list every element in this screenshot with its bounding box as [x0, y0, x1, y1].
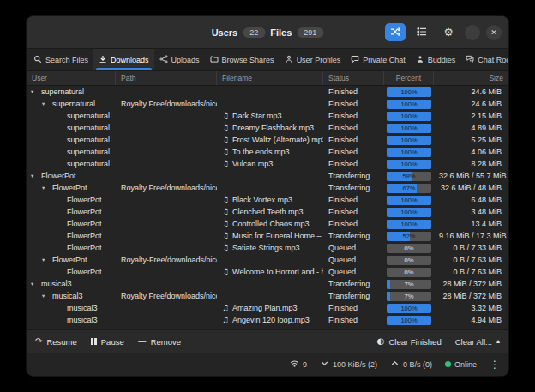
log-view-toggle-button[interactable]: [412, 23, 432, 41]
progress-bar: 100%: [387, 124, 431, 133]
user-cell: supernatural: [27, 124, 116, 132]
close-button[interactable]: ✕: [486, 25, 502, 40]
status-cell: Queued: [323, 268, 384, 276]
expander-icon[interactable]: ▾: [31, 280, 39, 287]
percent-cell: 100%: [384, 316, 434, 325]
progress-label: 100%: [387, 160, 431, 169]
tab-uploads[interactable]: Uploads: [154, 49, 205, 70]
size-cell: 6.48 MiB: [434, 196, 508, 204]
table-row[interactable]: ▾supernaturalFinished100%24.6 MiB: [27, 86, 508, 98]
table-row[interactable]: FlowerPot♫Satiate Strings.mp3Queued0%0 B…: [27, 242, 508, 254]
download-speed[interactable]: 100 KiB/s (2): [320, 359, 377, 370]
size-cell: 24.6 MiB: [434, 100, 508, 108]
expander-icon[interactable]: ▾: [31, 172, 39, 179]
table-row[interactable]: FlowerPot♫Welcome to HorrorLand - hi.mp3…: [27, 266, 508, 278]
user-cell: supernatural: [27, 136, 116, 144]
table-row[interactable]: supernatural♫Dark Star.mp3Finished100%2.…: [27, 110, 508, 122]
progress-label: 7%: [387, 280, 431, 289]
expander-icon[interactable]: ▾: [42, 292, 50, 299]
users-count-badge: 22: [243, 27, 265, 38]
user-cell: FlowerPot: [27, 220, 116, 228]
remove-button[interactable]: — Remove: [138, 337, 181, 347]
column-header-user[interactable]: User: [27, 71, 116, 85]
user-cell: FlowerPot: [27, 196, 116, 204]
column-header-status[interactable]: Status: [323, 71, 384, 85]
tab-browse-shares[interactable]: Browse Shares: [205, 49, 280, 70]
column-header-filename[interactable]: Filename: [217, 71, 323, 85]
table-row[interactable]: ▾supernaturalRoyalty Free/downloads/nico…: [27, 98, 508, 110]
percent-cell: 100%: [384, 196, 434, 205]
table-row[interactable]: FlowerPot♫Music for Funeral Home – Part …: [27, 230, 508, 242]
status-cell: Transferring: [323, 232, 384, 240]
expander-icon[interactable]: ▾: [42, 256, 50, 263]
dropdown-up-icon: ▴: [496, 338, 500, 345]
tab-user-profiles[interactable]: User Profiles: [280, 49, 346, 70]
progress-label: 58%: [387, 172, 431, 181]
clear-finished-button[interactable]: ◐ Clear Finished: [377, 337, 442, 347]
table-row[interactable]: supernatural♫Dreamy Flashback.mp3Finishe…: [27, 122, 508, 134]
table-row[interactable]: musical3♫Angevin 120 loop.mp3Finished100…: [27, 314, 508, 326]
table-row[interactable]: ▾FlowerPotRoyalty Free/downloads/nicotiT…: [27, 182, 508, 194]
folder-icon: [210, 55, 219, 65]
upload-speed[interactable]: 0 B/s (0): [390, 359, 432, 370]
progress-bar: 100%: [387, 136, 431, 145]
tab-search-files[interactable]: Search Files: [28, 49, 93, 70]
progress-label: 100%: [387, 196, 431, 205]
progress-bar: 100%: [387, 208, 431, 217]
table-row[interactable]: FlowerPot♫Clenched Teeth.mp3Finished100%…: [27, 206, 508, 218]
user-cell: ▾FlowerPot: [27, 172, 116, 180]
table-row[interactable]: supernatural♫Vulcan.mp3Finished100%8.28 …: [27, 158, 508, 170]
music-note-icon: ♫: [222, 148, 229, 156]
table-row[interactable]: ▾musical3Transferring7%28 MiB / 372 MiB: [27, 278, 508, 290]
percent-cell: 100%: [384, 160, 434, 169]
tab-downloads[interactable]: Downloads: [93, 49, 154, 70]
size-cell: 5.25 MiB: [434, 136, 508, 144]
column-header-size[interactable]: Size: [434, 71, 508, 85]
progress-label: 0%: [387, 244, 431, 253]
resume-icon: ↷: [35, 337, 42, 346]
resume-button[interactable]: ↷ Resume: [35, 337, 77, 347]
status-cell: Finished: [323, 112, 384, 120]
user-name: musical3: [67, 316, 98, 324]
user-name: musical3: [52, 292, 83, 300]
music-note-icon: ♫: [222, 304, 229, 312]
status-menu-button[interactable]: ⋮: [490, 359, 500, 371]
percent-cell: 52%: [384, 232, 434, 241]
expander-icon[interactable]: ▾: [42, 184, 50, 191]
table-row[interactable]: FlowerPot♫Black Vortex.mp3Finished100%6.…: [27, 194, 508, 206]
clear-all-button[interactable]: Clear All... ▴: [455, 337, 500, 347]
expander-icon[interactable]: ▾: [31, 88, 39, 95]
minimize-button[interactable]: −: [465, 25, 480, 40]
online-status[interactable]: Online: [445, 360, 477, 369]
size-cell: 13.4 MiB: [434, 220, 508, 228]
connection-quality[interactable]: 9: [290, 359, 307, 370]
table-row[interactable]: ▾FlowerPotRoyalty-Free/downloads/nicotiQ…: [27, 254, 508, 266]
tab-chat-rooms[interactable]: Chat Rooms: [460, 49, 509, 70]
progress-bar: 0%: [387, 268, 431, 277]
table-row[interactable]: musical3♫Amazing Plan.mp3Finished100%3.3…: [27, 302, 508, 314]
status-cell: Transferring: [323, 292, 384, 300]
progress-bar: 7%: [387, 280, 431, 289]
expander-icon[interactable]: ▾: [42, 100, 50, 107]
online-label: Online: [454, 360, 477, 369]
connect-toggle-button[interactable]: [385, 23, 406, 41]
table-row[interactable]: ▾FlowerPotTransferring58%32.6 MiB / 55.7…: [27, 170, 508, 182]
pause-button[interactable]: Pause: [91, 337, 124, 347]
table-row[interactable]: supernatural♫To the ends.mp3Finished100%…: [27, 146, 508, 158]
table-row[interactable]: ▾musical3Royalty Free/downloads/nicotiTr…: [27, 290, 508, 302]
user-name: supernatural: [67, 136, 110, 144]
column-header-percent[interactable]: Percent: [384, 71, 434, 85]
column-header-path[interactable]: Path: [116, 71, 217, 85]
table-row[interactable]: supernatural♫Frost Waltz (Alternate).mp3…: [27, 134, 508, 146]
size-cell: 2.15 MiB: [434, 112, 508, 120]
tab-private-chat[interactable]: Private Chat: [346, 49, 411, 70]
status-cell: Finished: [323, 196, 384, 204]
table-row[interactable]: FlowerPot♫Controlled Chaos.mp3Finished10…: [27, 218, 508, 230]
tab-buddies[interactable]: Buddies: [411, 49, 461, 70]
chevron-down-icon: [320, 359, 329, 370]
size-cell: 32.6 MiB / 48 MiB: [434, 184, 508, 192]
music-note-icon: ♫: [222, 160, 229, 168]
size-cell: 0 B / 7.33 MiB: [434, 244, 508, 252]
preferences-button[interactable]: ⚙: [438, 23, 459, 41]
status-cell: Finished: [323, 220, 384, 228]
